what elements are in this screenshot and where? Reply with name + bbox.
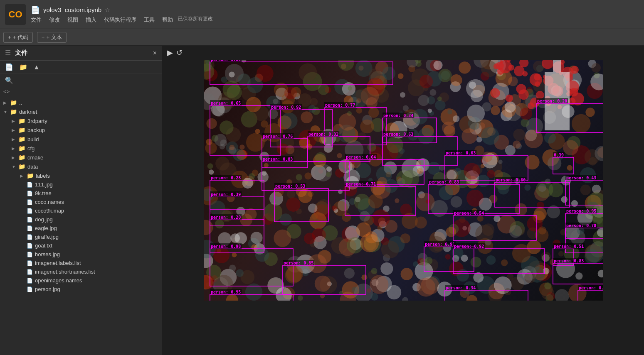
add-text-label: + 文本 <box>46 34 62 41</box>
menu-file[interactable]: 文件 <box>31 16 42 24</box>
sidebar-search-row: 🔍 <box>0 74 162 87</box>
output-area <box>162 60 644 355</box>
detection-image-wrapper <box>204 60 603 301</box>
tree-icon-cfg: 📁 <box>18 145 25 152</box>
tree-label-dotdot: .. <box>19 100 22 106</box>
tree-item-eaglejpg[interactable]: 📄eagle.jpg <box>0 224 162 233</box>
tree-icon-horsesjpg: 📄 <box>27 252 33 257</box>
star-icon[interactable]: ☆ <box>105 7 110 13</box>
add-code-button[interactable]: + + 代码 <box>3 32 33 43</box>
tree-icon-111jpg: 📄 <box>27 182 33 188</box>
tree-arrow-darknet: ▼ <box>3 110 10 114</box>
tree-arrow-build: ▶ <box>12 137 18 142</box>
tree-item-imagenetshortnames[interactable]: 📄imagenet.shortnames.list <box>0 267 162 276</box>
tree-icon-coconames: 📄 <box>27 199 33 205</box>
tree-item-personjpg[interactable]: 📄person.jpg <box>0 285 162 294</box>
tree-item-cmake[interactable]: ▶📁cmake <box>0 153 162 162</box>
tree-icon-giraffejpg: 📄 <box>27 234 33 240</box>
tree-item-data[interactable]: ▼📁data <box>0 162 162 171</box>
logo: CO <box>5 4 26 25</box>
menu-tools[interactable]: 工具 <box>144 16 155 24</box>
code-toggle[interactable]: <> <box>0 87 162 96</box>
tree-icon-darknet: 📁 <box>10 108 17 115</box>
tree-item-goaltxt[interactable]: 📄goal.txt <box>0 241 162 250</box>
tree-arrow-cmake: ▶ <box>12 155 18 160</box>
tree-item-horsesjpg[interactable]: 📄horses.jpg <box>0 250 162 259</box>
add-text-button[interactable]: + + 文本 <box>37 32 67 43</box>
tree-item-coco9kmap[interactable]: 📄coco9k.map <box>0 206 162 215</box>
menu-view[interactable]: 视图 <box>67 16 78 24</box>
tree-label-goaltxt: goal.txt <box>35 242 52 249</box>
tree-label-openimagesnames: openimages.names <box>35 277 82 284</box>
tree-item-111jpg[interactable]: 📄111.jpg <box>0 180 162 189</box>
tree-icon-openimagesnames: 📄 <box>27 278 33 284</box>
tree-item-dotdot[interactable]: ▶📁.. <box>0 98 162 107</box>
tree-item-imagenetlabels[interactable]: 📄imagenet.labels.list <box>0 259 162 267</box>
run-button[interactable]: ▶ <box>167 48 173 57</box>
tree-item-3rdparty[interactable]: ▶📁3rdparty <box>0 116 162 125</box>
main: ☰ 文件 × 📄 📁 ▲ 🔍 <> ▶📁..▼📁darknet▶📁3rdpart… <box>0 46 644 355</box>
tree-item-openimagesnames[interactable]: 📄openimages.names <box>0 276 162 285</box>
tree-item-dogjpg[interactable]: 📄dog.jpg <box>0 215 162 224</box>
tree-label-darknet: darknet <box>19 109 37 115</box>
tree-icon-personjpg: 📄 <box>27 286 33 292</box>
refresh-button[interactable]: ↺ <box>176 48 183 57</box>
search-icon[interactable]: 🔍 <box>5 76 13 84</box>
tree-label-imagenetshortnames: imagenet.shortnames.list <box>35 269 95 275</box>
tree-icon-9ktree: 📄 <box>27 191 33 196</box>
tree-label-3rdparty: 3rdparty <box>27 118 47 124</box>
tree-label-backup: backup <box>27 127 45 133</box>
content: ▶ ↺ <box>162 46 644 355</box>
detection-canvas <box>204 60 603 301</box>
tree-label-111jpg: 111.jpg <box>35 181 53 188</box>
tree-arrow-data: ▼ <box>12 164 18 169</box>
tree-item-build[interactable]: ▶📁build <box>0 135 162 144</box>
tree-item-coconames[interactable]: 📄coco.names <box>0 198 162 206</box>
menu-edit[interactable]: 修改 <box>49 16 60 24</box>
tree-icon-labels: 📁 <box>27 172 34 179</box>
tree-arrow-labels: ▶ <box>20 174 27 178</box>
tree-label-cmake: cmake <box>27 154 43 161</box>
tree-arrow-cfg: ▶ <box>12 146 18 151</box>
tree-icon-backup: 📁 <box>18 127 25 133</box>
notebook-icon: 📄 <box>31 5 40 15</box>
sidebar-header: ☰ 文件 × <box>0 46 162 61</box>
cell-toolbar: ▶ ↺ <box>162 46 644 60</box>
tree-label-coconames: coco.names <box>35 199 64 205</box>
tree-arrow-3rdparty: ▶ <box>12 119 18 123</box>
file-tree: ▶📁..▼📁darknet▶📁3rdparty▶📁backup▶📁build▶📁… <box>0 96 162 355</box>
menu-row: 文件 修改 视图 插入 代码执行程序 工具 帮助 已保存所有更改 <box>31 15 213 24</box>
tree-label-9ktree: 9k.tree <box>35 190 52 196</box>
menu-help[interactable]: 帮助 <box>162 16 173 24</box>
toolbar: + + 代码 + + 文本 <box>0 29 644 46</box>
tree-label-eaglejpg: eagle.jpg <box>35 225 57 231</box>
tree-item-darknet[interactable]: ▼📁darknet <box>0 107 162 116</box>
tree-label-imagenetlabels: imagenet.labels.list <box>35 260 81 266</box>
tree-item-backup[interactable]: ▶📁backup <box>0 125 162 135</box>
tree-label-cfg: cfg <box>27 145 35 152</box>
tree-item-labels[interactable]: ▶📁labels <box>0 171 162 180</box>
notebook-title-area: 📄 yolov3_custom.ipynb ☆ <box>31 5 213 15</box>
menu-bar: 文件 修改 视图 插入 代码执行程序 工具 帮助 <box>31 16 173 24</box>
new-folder-icon[interactable]: 📁 <box>19 63 27 71</box>
tree-icon-imagenetlabels: 📄 <box>27 260 33 266</box>
tree-item-9ktree[interactable]: 📄9k.tree <box>0 189 162 198</box>
tree-icon-cmake: 📁 <box>18 154 25 161</box>
code-toggle-icon: <> <box>3 88 10 95</box>
tree-arrow-backup: ▶ <box>12 128 18 132</box>
tree-item-giraffejpg[interactable]: 📄giraffe.jpg <box>0 233 162 241</box>
tree-label-labels: labels <box>36 173 50 179</box>
new-file-icon[interactable]: 📄 <box>5 63 13 71</box>
notebook-title[interactable]: yolov3_custom.ipynb <box>43 6 101 13</box>
menu-insert[interactable]: 插入 <box>86 16 96 24</box>
hamburger-icon[interactable]: ☰ <box>5 49 11 57</box>
topbar: CO 📄 yolov3_custom.ipynb ☆ 文件 修改 视图 插入 代… <box>0 0 644 29</box>
sidebar-close-button[interactable]: × <box>153 49 157 57</box>
tree-icon-data: 📁 <box>18 163 25 170</box>
menu-runtime[interactable]: 代码执行程序 <box>104 16 136 24</box>
upload-icon[interactable]: ▲ <box>33 64 40 71</box>
tree-icon-goaltxt: 📄 <box>27 243 33 249</box>
tree-icon-3rdparty: 📁 <box>18 118 25 124</box>
tree-item-cfg[interactable]: ▶📁cfg <box>0 144 162 153</box>
tree-arrow-dotdot: ▶ <box>3 100 10 105</box>
